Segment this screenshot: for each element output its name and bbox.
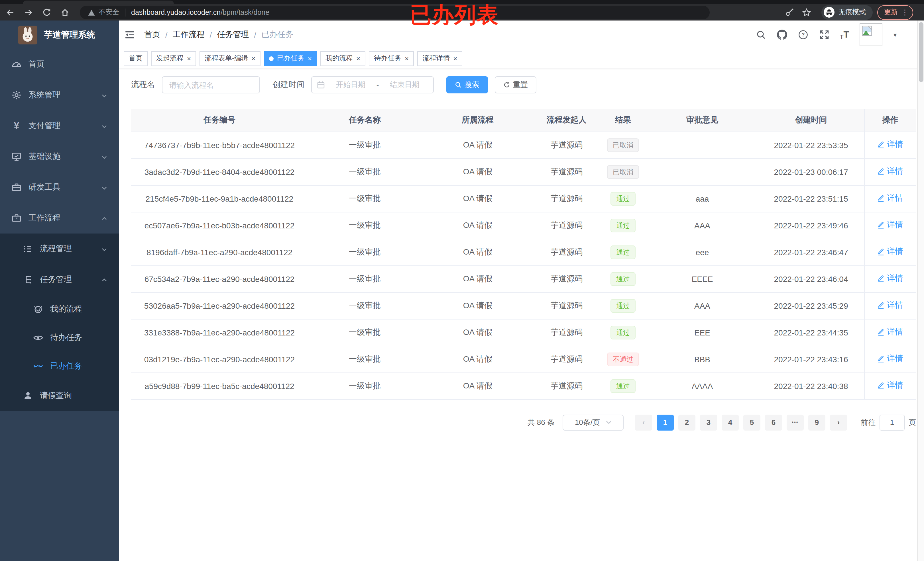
detail-link[interactable]: 详情 xyxy=(878,247,903,257)
scrollbar-track[interactable] xyxy=(917,21,924,561)
breadcrumb-home[interactable]: 首页 xyxy=(144,30,160,40)
app-logo[interactable]: 芋道管理系统 xyxy=(0,21,119,49)
sidebar-item-payment[interactable]: ¥ 支付管理 xyxy=(0,111,119,141)
tab-start-process[interactable]: 发起流程× xyxy=(151,51,196,66)
sidebar-item-home[interactable]: 首页 xyxy=(0,49,119,80)
font-size-icon[interactable]: TT xyxy=(840,30,849,40)
url-path: /bpm/task/done xyxy=(220,8,269,16)
page-button-4[interactable]: 4 xyxy=(722,414,739,430)
key-icon[interactable] xyxy=(785,7,795,17)
sidebar-item-todo-tasks[interactable]: 待办任务 xyxy=(0,323,119,352)
url-bar[interactable]: 不安全 dashboard.yudao.iocoder.cn/bpm/task/… xyxy=(80,5,710,19)
prev-page-button[interactable]: ‹ xyxy=(635,414,652,430)
sidebar-item-devtools[interactable]: 研发工具 xyxy=(0,172,119,203)
incognito-label: 无痕模式 xyxy=(838,7,866,17)
status-badge: 通过 xyxy=(610,191,636,205)
fullscreen-icon[interactable] xyxy=(819,30,829,40)
search-icon[interactable] xyxy=(756,30,766,40)
detail-link[interactable]: 详情 xyxy=(878,327,903,337)
detail-link[interactable]: 详情 xyxy=(878,274,903,284)
security-label[interactable]: 不安全 xyxy=(99,7,119,17)
header-actions: ? TT ▾ xyxy=(756,21,897,49)
close-icon[interactable]: × xyxy=(405,55,409,62)
breadcrumb-workflow[interactable]: 工作流程 xyxy=(173,30,205,40)
detail-link[interactable]: 详情 xyxy=(878,193,903,203)
scrollbar-thumb[interactable] xyxy=(919,22,923,82)
forward-icon[interactable] xyxy=(24,8,33,17)
back-icon[interactable] xyxy=(6,8,15,17)
close-icon[interactable]: × xyxy=(308,55,312,62)
detail-link[interactable]: 详情 xyxy=(878,140,903,150)
table-row: 03d1219e-7b9a-11ec-a290-acde48001122一级审批… xyxy=(131,346,916,373)
refresh-icon[interactable] xyxy=(42,8,51,17)
active-dot xyxy=(269,56,274,61)
close-icon[interactable]: × xyxy=(187,55,191,62)
help-icon[interactable]: ? xyxy=(798,30,808,40)
tab-my-process[interactable]: 我的流程× xyxy=(320,51,365,66)
avatar[interactable] xyxy=(860,23,883,46)
page-button-6[interactable]: 6 xyxy=(765,414,782,430)
breadcrumb-separator: / xyxy=(165,30,168,39)
tab-home[interactable]: 首页 xyxy=(124,51,148,66)
close-icon[interactable]: × xyxy=(356,55,360,62)
app-title: 芋道管理系统 xyxy=(44,29,95,40)
detail-link[interactable]: 详情 xyxy=(878,354,903,364)
next-page-button[interactable]: › xyxy=(830,414,847,430)
detail-link[interactable]: 详情 xyxy=(878,220,903,230)
page-button-9[interactable]: 9 xyxy=(808,414,825,430)
col-actions: 操作 xyxy=(864,109,916,132)
filter-form: 流程名 创建时间 开始日期 - 结束日期 搜索 重 xyxy=(131,76,916,93)
chevron-down-icon xyxy=(101,184,108,191)
chevron-down-icon xyxy=(101,153,108,160)
detail-link[interactable]: 详情 xyxy=(878,167,903,177)
edit-pencil-icon xyxy=(878,382,885,390)
table-row: 74736737-7b9b-11ec-b5b7-acde48001122一级审批… xyxy=(131,132,916,159)
menu-fold-icon[interactable] xyxy=(124,29,135,40)
create-time-label: 创建时间 xyxy=(273,80,304,90)
url-divider xyxy=(125,8,125,16)
page-button-2[interactable]: 2 xyxy=(678,414,695,430)
svg-text:?: ? xyxy=(801,32,805,37)
breadcrumb-task-mgmt[interactable]: 任务管理 xyxy=(217,30,249,40)
tab-form-edit[interactable]: 流程表单-编辑× xyxy=(200,51,261,66)
update-button[interactable]: 更新 ⋮ xyxy=(877,5,913,19)
detail-link[interactable]: 详情 xyxy=(878,381,903,391)
page-button-1[interactable]: 1 xyxy=(657,414,674,430)
caret-down-icon[interactable]: ▾ xyxy=(894,31,897,39)
date-range-input[interactable]: 开始日期 - 结束日期 xyxy=(311,76,434,93)
goto-page-input[interactable] xyxy=(879,414,904,430)
close-icon[interactable]: × xyxy=(453,55,457,62)
more-pages-button[interactable]: ••• xyxy=(787,414,804,430)
sidebar-item-system[interactable]: 系统管理 xyxy=(0,80,119,111)
page-size-select[interactable]: 10条/页 xyxy=(562,414,624,430)
sidebar-item-infra[interactable]: 基础设施 xyxy=(0,141,119,172)
github-icon[interactable] xyxy=(777,30,787,40)
edit-pencil-icon xyxy=(878,141,885,149)
content: 流程名 创建时间 开始日期 - 结束日期 搜索 重 xyxy=(119,68,924,430)
warning-icon xyxy=(88,9,95,16)
sidebar-item-process-mgmt[interactable]: 流程管理 xyxy=(0,233,119,264)
home-icon[interactable] xyxy=(60,8,69,17)
browser-active-tab[interactable] xyxy=(23,1,174,4)
page-button-3[interactable]: 3 xyxy=(700,414,717,430)
star-icon[interactable] xyxy=(802,8,811,17)
process-name-input[interactable] xyxy=(162,76,260,93)
sidebar-item-leave-query[interactable]: 请假查询 xyxy=(0,380,119,411)
browser-menu-icon[interactable]: ⋮ xyxy=(901,8,909,16)
sidebar-item-my-process[interactable]: 我的流程 xyxy=(0,295,119,323)
sidebar-item-done-tasks[interactable]: 已办任务 xyxy=(0,352,119,380)
detail-link[interactable]: 详情 xyxy=(878,301,903,311)
tab-process-detail[interactable]: 流程详情× xyxy=(417,51,462,66)
tab-done-tasks[interactable]: 已办任务× xyxy=(264,51,317,66)
sidebar-item-workflow[interactable]: 工作流程 xyxy=(0,203,119,233)
reset-button[interactable]: 重置 xyxy=(495,76,536,93)
page-button-5[interactable]: 5 xyxy=(743,414,760,430)
broken-image-icon xyxy=(862,25,873,36)
close-icon[interactable]: × xyxy=(251,55,255,62)
tab-todo-tasks[interactable]: 待办任务× xyxy=(369,51,414,66)
edit-pencil-icon xyxy=(878,168,885,175)
sidebar-item-task-mgmt[interactable]: 任务管理 xyxy=(0,264,119,295)
col-task-name: 任务名称 xyxy=(308,109,422,132)
search-button[interactable]: 搜索 xyxy=(446,76,488,93)
update-label[interactable]: 更新 xyxy=(884,7,898,17)
